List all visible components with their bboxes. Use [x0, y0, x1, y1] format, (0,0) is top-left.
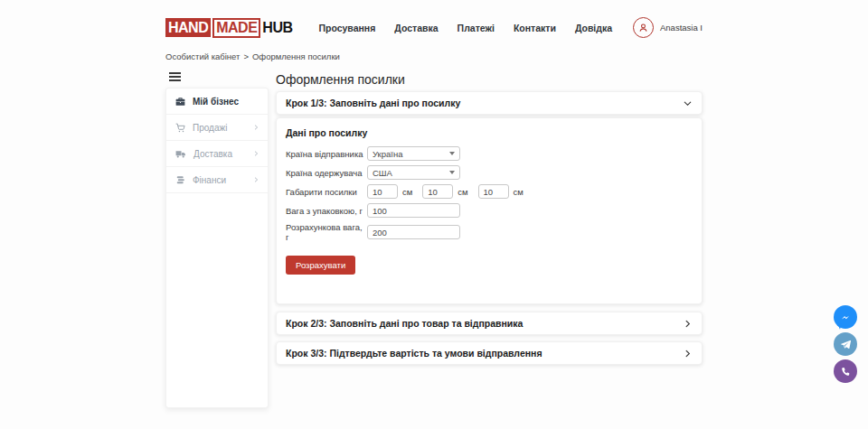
- nav-item-payments[interactable]: Платежі: [458, 23, 495, 33]
- step-1-label: Крок 1/3: Заповніть дані про посилку: [286, 98, 460, 108]
- user-avatar-icon: [633, 17, 654, 38]
- chevron-right-icon: [683, 349, 693, 359]
- page-title: Оформлення посилки: [276, 70, 703, 89]
- logo-part-made: MADE: [212, 18, 260, 38]
- step-2-label: Крок 2/3: Заповніть дані про товар та ві…: [286, 318, 523, 329]
- header: HAND MADE HUB Просування Доставка Платеж…: [165, 0, 703, 40]
- dimensions-label: Габарити посилки: [286, 187, 367, 197]
- user-menu[interactable]: Anastasia I: [633, 17, 703, 38]
- cart-icon: [175, 122, 186, 134]
- logo-part-hand: HAND: [165, 18, 211, 37]
- weight-calculated-input[interactable]: [367, 225, 460, 239]
- sidebar: Мій бізнес Продажі Доставка: [165, 70, 269, 408]
- unit-cm: см: [458, 187, 467, 197]
- sidebar-item-my-business[interactable]: Мій бізнес: [166, 89, 268, 115]
- sidebar-card: Мій бізнес Продажі Доставка: [165, 88, 269, 408]
- step-1-header[interactable]: Крок 1/3: Заповніть дані про посилку: [276, 91, 703, 115]
- weight-packed-input[interactable]: [367, 203, 460, 218]
- breadcrumb-current: Оформлення посилки: [252, 51, 340, 61]
- telegram-icon[interactable]: [834, 332, 857, 356]
- nav-item-delivery[interactable]: Доставка: [394, 23, 438, 33]
- unit-cm: см: [402, 187, 412, 197]
- sidebar-item-label: Фінанси: [193, 175, 226, 185]
- parcel-data-title: Дані про посилку: [286, 127, 693, 138]
- dimension-length-input[interactable]: [367, 184, 398, 199]
- chevron-down-icon: [683, 98, 693, 108]
- select-caret-icon: [449, 152, 455, 155]
- sender-country-value: Україна: [373, 149, 403, 159]
- dimensions-group: см см см: [367, 184, 693, 199]
- breadcrumb: Особистий кабінет>Оформлення посилки: [165, 51, 703, 61]
- weight-packed-label: Вага з упаковкою, г: [286, 206, 367, 216]
- logo-part-hub: HUB: [262, 20, 292, 36]
- recipient-country-value: США: [373, 168, 392, 178]
- nav-item-promotion[interactable]: Просування: [318, 23, 375, 33]
- breadcrumb-separator: >: [243, 51, 249, 61]
- sidebar-item-label: Продажі: [193, 123, 227, 133]
- recipient-country-label: Країна одержувача: [286, 168, 367, 178]
- brand-logo[interactable]: HAND MADE HUB: [165, 18, 293, 38]
- truck-icon: [175, 148, 187, 160]
- step-1-body: Дані про посилку Країна відправника Укра…: [276, 117, 703, 304]
- menu-icon[interactable]: [169, 72, 181, 81]
- sender-country-label: Країна відправника: [286, 149, 367, 159]
- nav-item-contacts[interactable]: Контакти: [514, 23, 556, 33]
- user-name: Anastasia I: [660, 23, 703, 33]
- main-nav: Просування Доставка Платежі Контакти Дов…: [313, 23, 612, 33]
- chevron-right-icon: [683, 319, 693, 329]
- breadcrumb-cabinet[interactable]: Особистий кабінет: [165, 51, 240, 61]
- step-2-header[interactable]: Крок 2/3: Заповніть дані про товар та ві…: [276, 312, 703, 335]
- unit-cm: см: [514, 187, 524, 197]
- coins-icon: [175, 174, 186, 186]
- viber-icon[interactable]: [834, 359, 857, 383]
- sidebar-item-label: Мій бізнес: [193, 97, 239, 107]
- weight-calculated-label: Розрахункова вага, г: [286, 222, 367, 242]
- chevron-right-icon: [252, 150, 259, 157]
- sidebar-item-sales[interactable]: Продажі: [166, 115, 268, 141]
- main-content: Оформлення посилки Крок 1/3: Заповніть д…: [276, 70, 703, 365]
- parcel-form: Країна відправника Україна Країна одержу…: [286, 146, 693, 275]
- recipient-country-select[interactable]: США: [367, 165, 460, 180]
- social-widget: [834, 305, 857, 383]
- select-caret-icon: [449, 171, 455, 174]
- chevron-right-icon: [252, 176, 259, 183]
- nav-item-help[interactable]: Довідка: [575, 23, 612, 33]
- sender-country-select[interactable]: Україна: [367, 146, 460, 161]
- sidebar-item-finance[interactable]: Фінанси: [166, 167, 268, 193]
- chevron-right-icon: [252, 124, 259, 131]
- sidebar-item-delivery[interactable]: Доставка: [166, 141, 268, 167]
- briefcase-icon: [175, 96, 186, 107]
- step-3-header[interactable]: Крок 3/3: Підтвердьте вартість та умови …: [276, 341, 703, 365]
- step-3-label: Крок 3/3: Підтвердьте вартість та умови …: [286, 348, 542, 359]
- dimension-width-input[interactable]: [422, 184, 453, 199]
- calculate-button[interactable]: Розрахувати: [286, 256, 355, 275]
- dimension-height-input[interactable]: [478, 184, 509, 199]
- sidebar-item-label: Доставка: [193, 149, 232, 159]
- messenger-icon[interactable]: [834, 305, 857, 329]
